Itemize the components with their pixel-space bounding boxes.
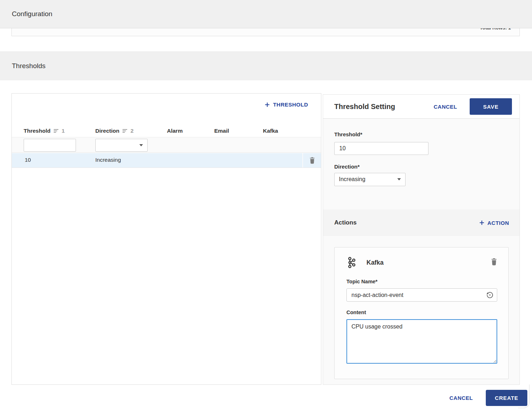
direction-filter-select[interactable]	[95, 139, 148, 152]
direction-field-select[interactable]: Increasing	[334, 173, 406, 186]
table-filter-row	[12, 137, 321, 153]
add-threshold-label: THRESHOLD	[273, 101, 308, 108]
delete-action-button[interactable]	[491, 258, 497, 265]
column-header-kafka[interactable]: Kafka	[263, 128, 278, 134]
sort-order-badge: 2	[130, 128, 134, 134]
content-label: Content	[346, 310, 366, 315]
footer-cancel-button[interactable]: CANCEL	[450, 395, 473, 401]
page-title: Configuration	[0, 10, 52, 18]
history-restore-button[interactable]	[486, 291, 494, 299]
history-restore-icon	[486, 291, 494, 299]
threshold-setting-form: Threshold* Direction* Increasing	[323, 131, 519, 184]
topic-name-input[interactable]	[346, 288, 497, 302]
direction-field-label: Direction*	[334, 164, 519, 170]
column-label: Email	[214, 128, 229, 134]
total-rows-clipped-text: Total Rows: 1	[480, 28, 519, 36]
kafka-action-card: Kafka Topic Name*	[334, 247, 509, 379]
topic-name-label: Topic Name*	[346, 279, 378, 284]
column-header-direction[interactable]: Direction 2	[95, 128, 134, 134]
column-label: Threshold	[24, 128, 51, 134]
create-button[interactable]: CREATE	[486, 390, 527, 406]
chevron-down-icon	[397, 178, 401, 180]
delete-row-button[interactable]	[302, 153, 321, 167]
direction-field-value: Increasing	[339, 176, 365, 183]
plus-icon	[479, 220, 484, 225]
setting-save-button[interactable]: SAVE	[470, 98, 512, 115]
sort-bars-icon	[122, 129, 128, 133]
column-header-threshold[interactable]: Threshold 1	[24, 128, 65, 134]
row-threshold-value: 10	[25, 157, 31, 163]
setting-cancel-button[interactable]: CANCEL	[434, 104, 457, 110]
kafka-logo-icon	[347, 257, 356, 268]
plus-icon	[265, 102, 270, 107]
direction-field-row: Increasing	[334, 175, 519, 184]
actions-title: Actions	[334, 219, 356, 226]
row-direction-value: Increasing	[95, 157, 121, 163]
content-textarea[interactable]: CPU usage crossed	[346, 319, 497, 364]
trash-icon	[310, 157, 315, 164]
table-row[interactable]: 10 Increasing	[12, 153, 321, 168]
column-header-email[interactable]: Email	[214, 128, 229, 134]
thresholds-section-title: Thresholds	[0, 62, 45, 70]
threshold-setting-title: Threshold Setting	[323, 103, 395, 111]
threshold-configuration-screen: Configuration Total Rows: 1 Thresholds T…	[0, 0, 532, 411]
column-label: Alarm	[167, 128, 183, 134]
threshold-field-input[interactable]	[334, 142, 428, 155]
topic-name-field-wrap	[346, 288, 497, 302]
configuration-header-band: Configuration	[0, 0, 532, 28]
column-label: Kafka	[263, 128, 278, 134]
thresholds-section-band: Thresholds	[0, 51, 532, 80]
sort-bars-icon	[53, 129, 59, 133]
column-label: Direction	[95, 128, 119, 134]
actions-section-header: Actions ACTION	[323, 209, 519, 236]
sort-order-badge: 1	[62, 128, 65, 134]
chevron-down-icon	[139, 144, 143, 146]
trash-icon	[491, 258, 497, 265]
column-header-alarm[interactable]: Alarm	[167, 128, 183, 134]
threshold-setting-header: Threshold Setting CANCEL SAVE	[323, 95, 519, 119]
threshold-setting-panel: Threshold Setting CANCEL SAVE Threshold*…	[323, 94, 520, 385]
thresholds-table-card: THRESHOLD Threshold 1 Direction 2 Alarm	[11, 93, 321, 385]
add-threshold-button[interactable]: THRESHOLD	[265, 101, 308, 108]
threshold-field-label: Threshold*	[334, 131, 519, 137]
add-action-label: ACTION	[488, 220, 509, 226]
add-action-button[interactable]: ACTION	[479, 220, 509, 226]
threshold-filter-input[interactable]	[24, 139, 76, 152]
configuration-panel-clipped-strip: Total Rows: 1	[11, 28, 520, 36]
kafka-card-title: Kafka	[366, 259, 384, 266]
kafka-card-header: Kafka	[335, 247, 508, 273]
dialog-footer: CANCEL CREATE	[0, 385, 532, 411]
